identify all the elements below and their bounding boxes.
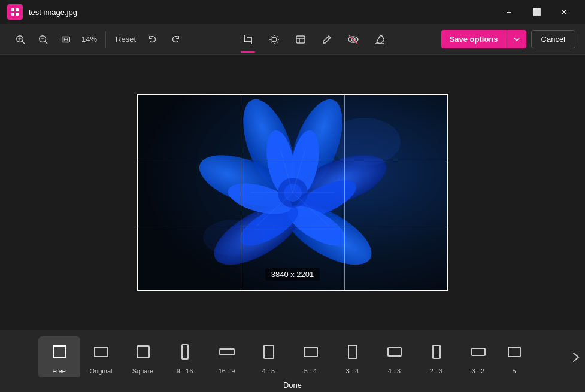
image-container: 3840 x 2201 [137, 94, 448, 291]
title-bar: test image.jpg – ⬜ ✕ [0, 0, 585, 24]
grid-line-h1 [137, 160, 448, 160]
crop-square-label: Square [132, 367, 153, 375]
crop-4-3-label: 4 : 3 [388, 367, 401, 375]
crop-5-4-label: 5 : 4 [304, 367, 317, 375]
app-icon [7, 4, 23, 20]
crop-16-9-icon [217, 342, 237, 361]
svg-rect-60 [508, 347, 520, 357]
crop-option-16-9[interactable]: 16 : 9 [206, 336, 248, 377]
window-controls: – ⬜ ✕ [495, 2, 578, 22]
crop-option-4-3[interactable]: 4 : 3 [374, 336, 416, 377]
svg-rect-0 [11, 8, 14, 11]
reset-button[interactable]: Reset [111, 32, 141, 46]
minimize-button[interactable]: – [495, 2, 523, 22]
filter-icon [295, 34, 307, 45]
crop-handle-bottom[interactable] [284, 290, 302, 291]
brightness-tool-button[interactable] [262, 28, 286, 51]
crop-options: Free Original Square [0, 330, 585, 377]
crop-original-icon [92, 342, 111, 361]
fit-button[interactable] [55, 29, 77, 50]
crop-handle-top[interactable] [284, 94, 302, 95]
toolbar-left: 14% Reset [10, 29, 186, 50]
close-button[interactable]: ✕ [550, 2, 578, 22]
cancel-button[interactable]: Cancel [531, 30, 575, 48]
dimension-label: 3840 x 2201 [265, 268, 320, 281]
crop-4-3-icon [385, 342, 404, 361]
zoom-out-button[interactable] [32, 29, 54, 50]
zoom-percent: 14% [78, 35, 101, 44]
filter-tool-button[interactable] [289, 28, 313, 51]
crop-4-5-icon [259, 342, 278, 361]
crop-5-4-icon [301, 342, 320, 361]
window-title: test image.jpg [29, 8, 77, 17]
toolbar: 14% Reset [0, 24, 585, 55]
toolbar-right: Save options Cancel [441, 30, 575, 48]
markup-tool-button[interactable] [315, 28, 339, 51]
crop-2-3-icon [427, 342, 446, 361]
crop-option-square[interactable]: Square [122, 336, 164, 377]
svg-rect-59 [472, 348, 485, 355]
4-5-icon-wrapper [257, 340, 281, 364]
crop-option-9-16[interactable]: 9 : 16 [164, 336, 206, 377]
svg-line-27 [328, 37, 329, 39]
svg-rect-53 [220, 349, 234, 355]
5-icon-wrapper [505, 340, 523, 364]
crop-option-original[interactable]: Original [80, 336, 122, 377]
svg-line-22 [277, 36, 278, 37]
scroll-right-arrow[interactable] [567, 345, 585, 369]
crop-3-4-label: 3 : 4 [346, 367, 359, 375]
crop-option-4-5[interactable]: 4 : 5 [248, 336, 290, 377]
crop-handle-right[interactable] [447, 184, 448, 202]
3-4-icon-wrapper [341, 340, 365, 364]
crop-option-5-4[interactable]: 5 : 4 [290, 336, 332, 377]
redeye-tool-button[interactable] [341, 28, 365, 51]
crop-handle-left[interactable] [137, 184, 138, 202]
eraser-tool-button[interactable] [368, 28, 392, 51]
title-bar-left: test image.jpg [7, 4, 77, 20]
chevron-down-icon [513, 36, 520, 43]
zoom-in-button[interactable] [10, 29, 31, 50]
crop-handle-bl[interactable] [137, 283, 146, 291]
svg-rect-2 [11, 13, 14, 16]
undo-icon [147, 34, 158, 45]
toolbar-center [189, 28, 439, 51]
save-options-button[interactable]: Save options [441, 30, 526, 48]
svg-line-5 [22, 41, 25, 44]
crop-option-2-3[interactable]: 2 : 3 [416, 336, 457, 377]
crop-option-3-4[interactable]: 3 : 4 [332, 336, 374, 377]
16-9-icon-wrapper [215, 340, 239, 364]
undo-button[interactable] [142, 29, 163, 50]
crop-handle-tl[interactable] [137, 94, 146, 102]
crop-handle-tr[interactable] [440, 94, 448, 102]
crop-3-2-label: 3 : 2 [472, 367, 484, 375]
svg-line-21 [277, 42, 278, 43]
crop-16-9-label: 16 : 9 [219, 367, 235, 375]
svg-rect-51 [137, 346, 149, 358]
free-icon-wrapper [47, 340, 71, 364]
grid-line-v1 [241, 94, 241, 291]
crop-free-label: Free [52, 367, 66, 375]
2-3-icon-wrapper [425, 340, 448, 364]
done-button[interactable]: Done [274, 378, 311, 392]
svg-rect-49 [53, 346, 65, 358]
crop-5-icon [505, 342, 523, 361]
svg-rect-54 [264, 345, 274, 358]
crop-overlay [137, 94, 448, 291]
svg-rect-57 [388, 348, 401, 356]
crop-tool-button[interactable] [236, 28, 260, 51]
maximize-button[interactable]: ⬜ [523, 2, 550, 22]
svg-rect-56 [348, 345, 357, 358]
save-options-dropdown-arrow[interactable] [507, 31, 526, 48]
svg-point-15 [272, 37, 277, 42]
markup-icon [321, 34, 333, 45]
9-16-icon-wrapper [173, 340, 197, 364]
svg-rect-52 [182, 345, 188, 359]
chevron-right-icon [572, 352, 580, 363]
crop-option-3-2[interactable]: 3 : 2 [457, 336, 499, 377]
redo-button[interactable] [165, 29, 186, 50]
save-options-label[interactable]: Save options [441, 30, 507, 48]
grid-line-h2 [137, 226, 448, 226]
crop-option-5[interactable]: 5 [499, 336, 529, 377]
crop-handle-br[interactable] [440, 283, 448, 291]
crop-option-free[interactable]: Free [38, 336, 80, 377]
